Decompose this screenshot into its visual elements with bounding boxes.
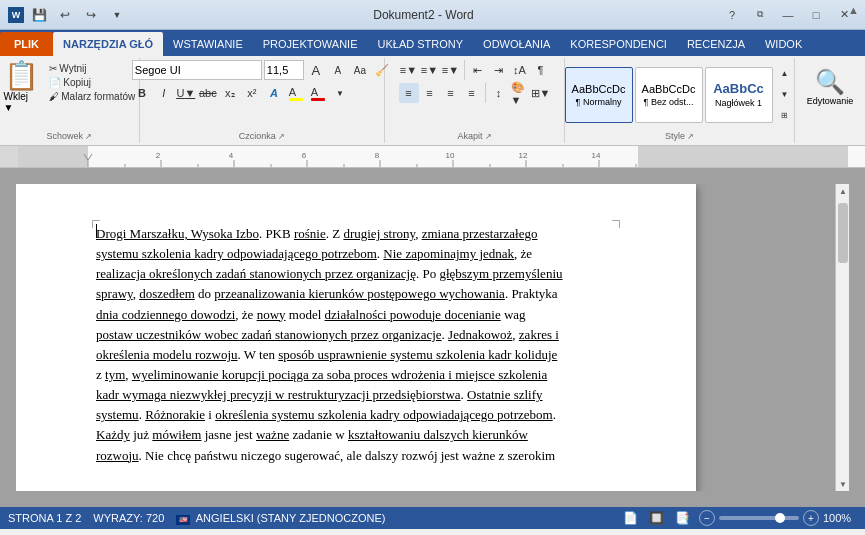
cut-button[interactable]: ✂ Wytnij bbox=[45, 62, 140, 75]
document-page[interactable]: Drogi Marszałku, Wysoka Izbo. PKB rośnie… bbox=[16, 184, 696, 491]
style-naglowek1-label: Nagłówek 1 bbox=[715, 98, 762, 108]
strikethrough-button[interactable]: abc bbox=[198, 83, 218, 103]
czcionka-row2: B I U▼ abc x₂ x² A A A bbox=[132, 83, 350, 103]
qat-undo[interactable]: ↩ bbox=[54, 4, 76, 26]
svg-rect-1 bbox=[638, 146, 848, 168]
style-expand-icon[interactable]: ↗ bbox=[687, 132, 694, 141]
text-ksztaltowaniu: kształtowaniu dalszych kierunków bbox=[348, 427, 528, 442]
tab-uklad[interactable]: UKŁAD STRONY bbox=[368, 32, 474, 56]
style-scroll-down[interactable]: ▼ bbox=[775, 85, 795, 105]
sort-button[interactable]: ↕A bbox=[510, 60, 530, 80]
find-replace-button[interactable]: 🔍 Edytowanie bbox=[800, 60, 860, 114]
tab-projektowanie[interactable]: PROJEKTOWANIE bbox=[253, 32, 368, 56]
help-button[interactable]: ? bbox=[719, 5, 745, 25]
font-color-button[interactable]: A bbox=[308, 83, 328, 103]
flag-icon: 🇺🇸 bbox=[176, 515, 190, 525]
font-name-input[interactable] bbox=[132, 60, 262, 80]
svg-rect-0 bbox=[18, 146, 88, 168]
change-case-button[interactable]: Aa bbox=[350, 60, 370, 80]
style-naglowek1-preview: AaBbCc bbox=[713, 81, 764, 96]
scroll-thumb[interactable] bbox=[838, 203, 848, 263]
tab-odwolania[interactable]: ODWOŁANIA bbox=[473, 32, 560, 56]
text-drogi: Drogi Marszałku, Wysoka Izbo bbox=[96, 226, 259, 241]
scroll-down-button[interactable]: ▼ bbox=[836, 477, 849, 491]
copy-button[interactable]: 📄 Kopiuj bbox=[45, 76, 140, 89]
tab-recenzja[interactable]: RECENZJA bbox=[677, 32, 755, 56]
font-color-dropdown[interactable]: ▼ bbox=[330, 83, 350, 103]
scroll-track[interactable] bbox=[836, 198, 849, 477]
show-marks-button[interactable]: ¶ bbox=[531, 60, 551, 80]
superscript-button[interactable]: x² bbox=[242, 83, 262, 103]
zoom-in-button[interactable]: + bbox=[803, 510, 819, 526]
text-doszedlem: doszedłem bbox=[139, 286, 195, 301]
zoom-thumb[interactable] bbox=[775, 513, 785, 523]
language-label[interactable]: ANGIELSKI (STANY ZJEDNOCZONE) bbox=[196, 512, 386, 524]
page-content[interactable]: Drogi Marszałku, Wysoka Izbo. PKB rośnie… bbox=[96, 224, 616, 466]
list-number-button[interactable]: ≡▼ bbox=[420, 60, 440, 80]
tab-widok[interactable]: WIDOK bbox=[755, 32, 812, 56]
style-bez-odstepow[interactable]: AaBbCcDc ¶ Bez odst... bbox=[635, 67, 703, 123]
tab-korespondenci[interactable]: KORESPONDENCI bbox=[560, 32, 677, 56]
font-size-input[interactable] bbox=[264, 60, 304, 80]
qat-more[interactable]: ▼ bbox=[106, 4, 128, 26]
underline-button[interactable]: U▼ bbox=[176, 83, 196, 103]
tab-wstawianie[interactable]: WSTAWIANIE bbox=[163, 32, 253, 56]
svg-text:6: 6 bbox=[302, 151, 307, 160]
qat-redo[interactable]: ↪ bbox=[80, 4, 102, 26]
schowek-expand-icon[interactable]: ↗ bbox=[85, 132, 92, 141]
style-naglowek1[interactable]: AaBbCc Nagłówek 1 bbox=[705, 67, 773, 123]
list-multilevel-button[interactable]: ≡▼ bbox=[441, 60, 461, 80]
zoom-level[interactable]: 100% bbox=[823, 512, 857, 524]
ribbon-tabs: PLIK NARZĘDZIA GŁÓ WSTAWIANIE PROJEKTOWA… bbox=[0, 30, 865, 56]
page-indicator[interactable]: STRONA 1 Z 2 bbox=[8, 512, 81, 524]
zoom-out-button[interactable]: − bbox=[699, 510, 715, 526]
qat-save[interactable]: 💾 bbox=[28, 4, 50, 26]
minimize-button[interactable]: — bbox=[775, 5, 801, 25]
shading-button[interactable]: 🎨▼ bbox=[510, 83, 530, 103]
text-nowy: nowy bbox=[257, 307, 286, 322]
style-more-button[interactable]: ⊞ bbox=[775, 106, 795, 126]
text-kazdy: Każdy bbox=[96, 427, 130, 442]
zoom-slider[interactable] bbox=[719, 516, 799, 520]
word-icon: W bbox=[8, 7, 24, 23]
paste-button[interactable]: 📋 Wklej ▼ bbox=[0, 60, 43, 115]
ribbon-group-edytowanie: 🔍 Edytowanie bbox=[795, 58, 865, 143]
ribbon-display-button[interactable]: ⧉ bbox=[747, 5, 773, 25]
text-effect-button[interactable]: A bbox=[264, 83, 284, 103]
bold-button[interactable]: B bbox=[132, 83, 152, 103]
list-bullet-button[interactable]: ≡▼ bbox=[399, 60, 419, 80]
justify-button[interactable]: ≡ bbox=[462, 83, 482, 103]
view-web-button[interactable]: 🔲 bbox=[647, 510, 665, 526]
view-print-button[interactable]: 📄 bbox=[621, 510, 639, 526]
align-left-button[interactable]: ≡ bbox=[399, 83, 419, 103]
collapse-ribbon-button[interactable]: ▲ bbox=[848, 4, 859, 16]
maximize-button[interactable]: □ bbox=[803, 5, 829, 25]
align-right-button[interactable]: ≡ bbox=[441, 83, 461, 103]
view-read-button[interactable]: 📑 bbox=[673, 510, 691, 526]
scroll-up-button[interactable]: ▲ bbox=[836, 184, 849, 198]
word-count[interactable]: WYRAZY: 720 bbox=[93, 512, 164, 524]
subscript-button[interactable]: x₂ bbox=[220, 83, 240, 103]
italic-button[interactable]: I bbox=[154, 83, 174, 103]
text-postaw: postaw uczestników wobec zadań stanowion… bbox=[96, 327, 442, 342]
line-spacing-button[interactable]: ↕ bbox=[489, 83, 509, 103]
borders-button[interactable]: ⊞▼ bbox=[531, 83, 551, 103]
decrease-indent-button[interactable]: ⇤ bbox=[468, 60, 488, 80]
shrink-font-button[interactable]: A bbox=[328, 60, 348, 80]
style-scroll-up[interactable]: ▲ bbox=[775, 64, 795, 84]
style-normalny[interactable]: AaBbCcDc ¶ Normalny bbox=[565, 67, 633, 123]
tab-narzedzia[interactable]: NARZĘDZIA GŁÓ bbox=[53, 32, 163, 56]
czcionka-expand-icon[interactable]: ↗ bbox=[278, 132, 285, 141]
align-center-button[interactable]: ≡ bbox=[420, 83, 440, 103]
grow-font-button[interactable]: A bbox=[306, 60, 326, 80]
tab-plik[interactable]: PLIK bbox=[0, 32, 53, 56]
increase-indent-button[interactable]: ⇥ bbox=[489, 60, 509, 80]
vertical-scrollbar[interactable]: ▲ ▼ bbox=[835, 184, 849, 491]
format-painter-button[interactable]: 🖌 Malarz formatów bbox=[45, 90, 140, 103]
akapit-expand-icon[interactable]: ↗ bbox=[485, 132, 492, 141]
text-mowilem: mówiłem bbox=[152, 427, 201, 442]
text-highlight-button[interactable]: A bbox=[286, 83, 306, 103]
title-bar-left: W 💾 ↩ ↪ ▼ bbox=[8, 4, 128, 26]
text-glebszym: głębszym przemyśleniu bbox=[439, 266, 562, 281]
edytowanie-label: Edytowanie bbox=[807, 96, 854, 106]
